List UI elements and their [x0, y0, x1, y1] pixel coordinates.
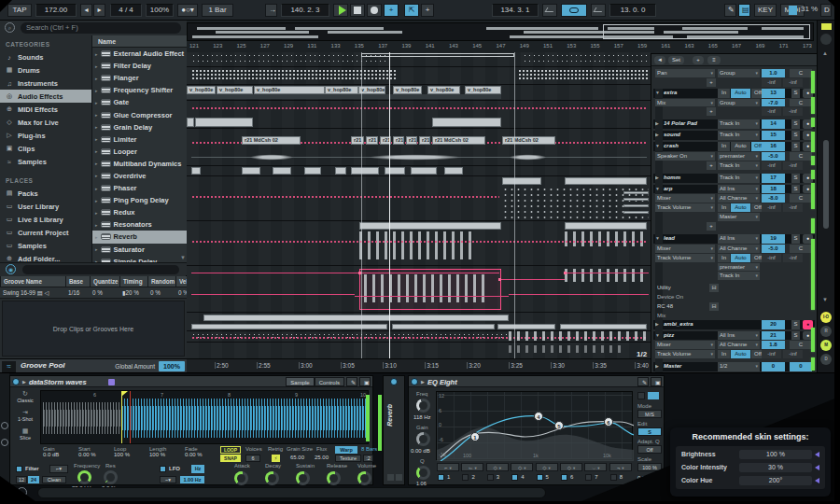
band-shape-select[interactable]: ◇ [486, 463, 509, 471]
mixer-p1[interactable]: Track Volume [655, 254, 715, 262]
section-toggle[interactable]: I-O [820, 312, 832, 323]
mixer-inf2[interactable]: -inf [783, 107, 803, 116]
edit-toggle[interactable]: S [637, 427, 662, 436]
unfold-icon[interactable] [387, 474, 394, 481]
device-tab[interactable]: Controls [315, 377, 344, 386]
warp-half-button[interactable]: :2 [363, 455, 373, 462]
mixer-p2[interactable]: All Ins [718, 234, 760, 244]
mode-select[interactable]: M/S [637, 410, 662, 418]
env-knob[interactable] [296, 471, 310, 485]
eq-band[interactable]: ⌐ 1 [436, 463, 460, 483]
mixer-val[interactable]: 20 [762, 320, 785, 329]
warp-length[interactable]: 8 Bars [361, 446, 377, 452]
scroll-up-icon[interactable]: ▲ [822, 50, 828, 56]
loop-flag[interactable] [121, 391, 122, 444]
loop-toggle[interactable]: LOOP [220, 446, 241, 454]
mixer-inf1[interactable]: -inf [762, 203, 781, 212]
groove-column-header[interactable]: Velocity [175, 276, 187, 287]
device-on-toggle[interactable] [411, 378, 418, 385]
device-on-toggle[interactable] [12, 378, 20, 385]
mixer-solo[interactable]: S [791, 185, 800, 194]
browser-item[interactable]: External Audio Effect [92, 48, 187, 60]
playback-mode-tab[interactable]: ↻ Classic [12, 390, 38, 409]
groove-cell[interactable]: Swing 16-99 ▤ ◁ [0, 287, 65, 298]
mixer-p2[interactable]: Group [718, 69, 760, 77]
lock-icon[interactable]: ≡ [707, 56, 721, 64]
overview-viewport[interactable] [603, 24, 810, 39]
mixer-solo[interactable]: S [791, 320, 800, 329]
browser-item[interactable]: Saturator [92, 244, 187, 256]
sidebar-category[interactable]: ♫ Instruments [0, 77, 91, 90]
automation-line[interactable] [191, 107, 647, 109]
set-button[interactable]: Set [668, 56, 684, 64]
mixer-plus[interactable]: + [707, 161, 716, 170]
crash-clip[interactable]: r21 MdCsh 02 [502, 136, 555, 145]
save-icon[interactable]: ▣ [651, 377, 662, 386]
overdub-button[interactable]: + [384, 4, 399, 17]
retrig-toggle[interactable]: ⚡ [272, 455, 280, 462]
slider-arrow-icon[interactable] [815, 478, 819, 483]
eq-band[interactable]: ◇ 4 [510, 463, 534, 483]
sidebar-category[interactable]: ◎ Audio Effects [0, 90, 91, 103]
mixer-inf2[interactable]: -inf [783, 78, 803, 87]
mixer-plus[interactable]: + [707, 222, 716, 231]
mixer-io2[interactable]: Auto [731, 350, 750, 358]
groove-cell[interactable]: ▮20 % [119, 287, 147, 298]
mixer-solo[interactable]: S [791, 331, 800, 341]
filter-checkbox[interactable] [16, 466, 22, 472]
mixer-io1[interactable]: In [718, 254, 730, 262]
q-knob[interactable] [416, 466, 430, 480]
start-marker[interactable] [130, 391, 131, 444]
mixer-devmin[interactable]: ⊟ [709, 284, 719, 292]
mixer-pan[interactable]: C [790, 69, 812, 77]
sidebar-category[interactable]: ◇ Max for Live [0, 116, 91, 129]
hot-swap-icon[interactable] [108, 379, 115, 385]
frequency-knob[interactable] [77, 470, 91, 484]
mixer-val[interactable]: 13 [762, 89, 785, 98]
audio-clip[interactable]: v_hop80e [427, 86, 460, 94]
band-shape-select[interactable]: ◇ [560, 463, 582, 471]
arrangement-overview[interactable] [187, 22, 814, 41]
mixer-val[interactable]: 17 [762, 174, 785, 183]
crash-clip[interactable]: r21 [393, 136, 404, 145]
device-view-icon[interactable] [1, 439, 8, 446]
eq-title-bar[interactable]: ▶ EQ Eight ✎ ▣ [409, 376, 664, 387]
record-button[interactable] [367, 4, 382, 17]
band-shape-select[interactable]: ◇ [511, 463, 533, 471]
mixer-inf1[interactable]: -inf [762, 350, 781, 358]
groove-column-header[interactable]: Base [65, 276, 90, 287]
eq-graph[interactable]: 1 4 5 6 1260-6-12 100 1k 10k [436, 391, 633, 460]
mixer-p2[interactable]: Track In [718, 161, 760, 170]
mixer-inf1[interactable]: -inf [762, 254, 781, 262]
groove-cell[interactable]: 0 % [147, 287, 175, 298]
mixer-inf2[interactable]: -inf [783, 254, 803, 262]
mixer-p2[interactable]: All Channe [718, 194, 760, 203]
band-shape-select[interactable]: ◇ [536, 463, 558, 471]
loop-button[interactable] [561, 4, 587, 17]
mixer-p1[interactable]: Pan [655, 69, 715, 77]
info-icon[interactable]: ◉ [6, 264, 16, 274]
playhead[interactable] [389, 52, 390, 358]
mixer-inf1[interactable]: -inf [762, 78, 781, 87]
param-value[interactable]: 100 % [149, 452, 174, 457]
mixer-p1[interactable]: Mixer [655, 341, 715, 349]
section-toggle[interactable]: D [820, 354, 832, 365]
global-amount-value[interactable]: 100% [159, 361, 185, 371]
clip-block[interactable] [203, 315, 509, 321]
loop-marker-icon[interactable] [821, 23, 832, 30]
scale-value[interactable]: 100 % [637, 463, 662, 471]
mixer-val[interactable]: 18 [762, 185, 785, 194]
filter-type-select[interactable]: ⌐▾ [49, 465, 68, 473]
mixer-val[interactable]: 0 [762, 362, 785, 371]
mixer-io1[interactable]: In [718, 203, 730, 212]
quantize-menu[interactable]: 1 Bar [202, 4, 233, 17]
sidebar-place[interactable]: ▤ Packs [0, 187, 91, 200]
browser-item[interactable]: Multiband Dynamics [92, 158, 187, 170]
eq-left-toggle[interactable] [637, 392, 645, 399]
crash-clip[interactable]: r21 [419, 136, 430, 145]
mixer-p2[interactable]: Master [718, 213, 760, 221]
band-enable-checkbox[interactable] [511, 474, 518, 481]
snap-toggle[interactable]: SNAP [220, 455, 241, 462]
param[interactable]: Start 0.00 % [78, 446, 103, 457]
mixer-p1[interactable]: Speaker On [655, 152, 715, 161]
